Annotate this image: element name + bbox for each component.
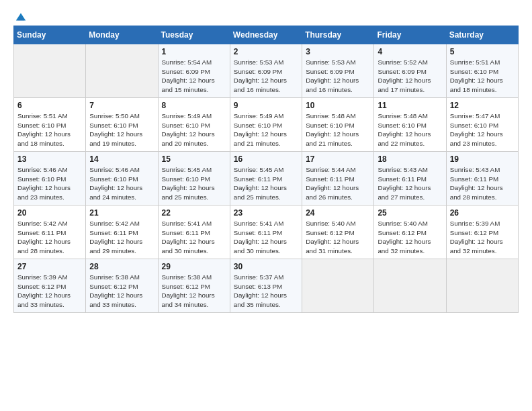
sunrise-text: Sunrise: 5:51 AM	[17, 111, 82, 121]
daylight-text: Daylight: 12 hours and 16 minutes.	[234, 76, 298, 94]
daylight-text: Daylight: 12 hours and 34 minutes.	[162, 291, 226, 309]
calendar-cell: 10Sunrise: 5:48 AMSunset: 6:10 PMDayligh…	[302, 98, 374, 152]
header	[13, 11, 519, 19]
sunset-text: Sunset: 6:10 PM	[89, 175, 154, 184]
day-info: Sunrise: 5:44 AMSunset: 6:11 PMDaylight:…	[306, 165, 370, 202]
sunrise-text: Sunrise: 5:54 AM	[162, 58, 226, 67]
sunrise-text: Sunrise: 5:45 AM	[162, 165, 226, 175]
daylight-text: Daylight: 12 hours and 21 minutes.	[234, 130, 298, 148]
day-info: Sunrise: 5:52 AMSunset: 6:09 PMDaylight:…	[378, 58, 442, 95]
calendar-cell	[302, 259, 374, 313]
daylight-text: Daylight: 12 hours and 16 minutes.	[306, 76, 370, 94]
day-number: 1	[162, 47, 226, 56]
calendar-cell: 16Sunrise: 5:45 AMSunset: 6:11 PMDayligh…	[230, 152, 302, 205]
calendar-cell: 25Sunrise: 5:40 AMSunset: 6:12 PMDayligh…	[374, 205, 446, 259]
day-info: Sunrise: 5:54 AMSunset: 6:09 PMDaylight:…	[162, 58, 226, 95]
day-number: 3	[306, 47, 370, 56]
sunset-text: Sunset: 6:11 PM	[306, 175, 370, 184]
daylight-text: Daylight: 12 hours and 18 minutes.	[450, 76, 515, 94]
day-number: 10	[306, 101, 370, 110]
daylight-text: Daylight: 12 hours and 24 minutes.	[89, 183, 154, 201]
daylight-text: Daylight: 12 hours and 28 minutes.	[450, 183, 515, 201]
calendar-cell: 14Sunrise: 5:46 AMSunset: 6:10 PMDayligh…	[86, 152, 158, 205]
day-number: 18	[378, 154, 442, 164]
day-number: 16	[234, 154, 298, 164]
calendar-cell: 26Sunrise: 5:39 AMSunset: 6:12 PMDayligh…	[446, 205, 518, 259]
day-number: 25	[378, 208, 442, 218]
day-info: Sunrise: 5:41 AMSunset: 6:11 PMDaylight:…	[234, 219, 298, 256]
sunrise-text: Sunrise: 5:49 AM	[234, 111, 298, 121]
sunset-text: Sunset: 6:11 PM	[162, 228, 226, 238]
day-info: Sunrise: 5:49 AMSunset: 6:10 PMDaylight:…	[162, 111, 226, 148]
sunset-text: Sunset: 6:12 PM	[17, 282, 82, 291]
calendar-cell: 23Sunrise: 5:41 AMSunset: 6:11 PMDayligh…	[230, 205, 302, 259]
day-number: 19	[450, 154, 515, 164]
day-number: 7	[89, 101, 154, 110]
sunrise-text: Sunrise: 5:44 AM	[306, 165, 370, 175]
day-info: Sunrise: 5:50 AMSunset: 6:10 PMDaylight:…	[89, 111, 154, 148]
calendar-cell: 12Sunrise: 5:47 AMSunset: 6:10 PMDayligh…	[446, 98, 518, 152]
daylight-text: Daylight: 12 hours and 32 minutes.	[450, 237, 515, 255]
day-info: Sunrise: 5:42 AMSunset: 6:11 PMDaylight:…	[89, 219, 154, 256]
calendar-cell: 21Sunrise: 5:42 AMSunset: 6:11 PMDayligh…	[86, 205, 158, 259]
sunrise-text: Sunrise: 5:48 AM	[378, 111, 442, 121]
day-info: Sunrise: 5:42 AMSunset: 6:11 PMDaylight:…	[17, 219, 82, 256]
sunset-text: Sunset: 6:09 PM	[234, 67, 298, 77]
calendar-cell: 15Sunrise: 5:45 AMSunset: 6:10 PMDayligh…	[158, 152, 230, 205]
sunrise-text: Sunrise: 5:51 AM	[450, 58, 515, 67]
sunset-text: Sunset: 6:10 PM	[234, 121, 298, 130]
day-number: 15	[162, 154, 226, 164]
daylight-text: Daylight: 12 hours and 33 minutes.	[17, 291, 82, 309]
day-number: 27	[17, 262, 82, 271]
daylight-text: Daylight: 12 hours and 28 minutes.	[17, 237, 82, 255]
daylight-text: Daylight: 12 hours and 27 minutes.	[378, 183, 442, 201]
sunrise-text: Sunrise: 5:38 AM	[89, 273, 154, 282]
sunrise-text: Sunrise: 5:53 AM	[306, 58, 370, 67]
calendar-cell: 2Sunrise: 5:53 AMSunset: 6:09 PMDaylight…	[230, 44, 302, 98]
calendar-cell: 30Sunrise: 5:37 AMSunset: 6:13 PMDayligh…	[230, 259, 302, 313]
sunrise-text: Sunrise: 5:37 AM	[234, 273, 298, 282]
day-number: 28	[89, 262, 154, 271]
page: SundayMondayTuesdayWednesdayThursdayFrid…	[0, 0, 532, 411]
sunset-text: Sunset: 6:13 PM	[234, 282, 298, 291]
daylight-text: Daylight: 12 hours and 18 minutes.	[17, 130, 82, 148]
sunset-text: Sunset: 6:10 PM	[378, 121, 442, 130]
day-number: 5	[450, 47, 515, 56]
day-info: Sunrise: 5:37 AMSunset: 6:13 PMDaylight:…	[234, 273, 298, 310]
sunset-text: Sunset: 6:09 PM	[306, 67, 370, 77]
day-number: 26	[450, 208, 515, 218]
day-info: Sunrise: 5:45 AMSunset: 6:11 PMDaylight:…	[234, 165, 298, 202]
calendar-cell	[14, 44, 86, 98]
sunrise-text: Sunrise: 5:40 AM	[378, 219, 442, 228]
daylight-text: Daylight: 12 hours and 23 minutes.	[450, 130, 515, 148]
daylight-text: Daylight: 12 hours and 21 minutes.	[306, 130, 370, 148]
daylight-text: Daylight: 12 hours and 29 minutes.	[89, 237, 154, 255]
day-number: 2	[234, 47, 298, 56]
sunrise-text: Sunrise: 5:50 AM	[89, 111, 154, 121]
calendar-cell: 8Sunrise: 5:49 AMSunset: 6:10 PMDaylight…	[158, 98, 230, 152]
sunrise-text: Sunrise: 5:48 AM	[306, 111, 370, 121]
day-number: 24	[306, 208, 370, 218]
calendar-cell: 20Sunrise: 5:42 AMSunset: 6:11 PMDayligh…	[14, 205, 86, 259]
sunset-text: Sunset: 6:10 PM	[306, 121, 370, 130]
day-number: 29	[162, 262, 226, 271]
calendar-cell: 13Sunrise: 5:46 AMSunset: 6:10 PMDayligh…	[14, 152, 86, 205]
sunset-text: Sunset: 6:10 PM	[162, 175, 226, 184]
calendar-cell: 17Sunrise: 5:44 AMSunset: 6:11 PMDayligh…	[302, 152, 374, 205]
day-info: Sunrise: 5:51 AMSunset: 6:10 PMDaylight:…	[450, 58, 515, 95]
calendar-header-row: SundayMondayTuesdayWednesdayThursdayFrid…	[14, 26, 519, 44]
day-info: Sunrise: 5:39 AMSunset: 6:12 PMDaylight:…	[17, 273, 82, 310]
day-info: Sunrise: 5:46 AMSunset: 6:10 PMDaylight:…	[17, 165, 82, 202]
day-number: 12	[450, 101, 515, 110]
sunset-text: Sunset: 6:12 PM	[306, 228, 370, 238]
day-number: 22	[162, 208, 226, 218]
day-info: Sunrise: 5:53 AMSunset: 6:09 PMDaylight:…	[234, 58, 298, 95]
calendar-cell: 27Sunrise: 5:39 AMSunset: 6:12 PMDayligh…	[14, 259, 86, 313]
daylight-text: Daylight: 12 hours and 25 minutes.	[162, 183, 226, 201]
day-of-week-sunday: Sunday	[14, 26, 86, 44]
calendar-cell: 24Sunrise: 5:40 AMSunset: 6:12 PMDayligh…	[302, 205, 374, 259]
sunrise-text: Sunrise: 5:43 AM	[450, 165, 515, 175]
day-info: Sunrise: 5:53 AMSunset: 6:09 PMDaylight:…	[306, 58, 370, 95]
sunset-text: Sunset: 6:11 PM	[89, 228, 154, 238]
sunset-text: Sunset: 6:11 PM	[378, 175, 442, 184]
